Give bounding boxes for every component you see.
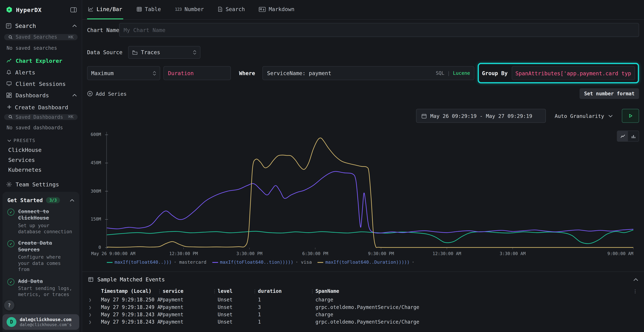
column-header-timestamp[interactable]: Timestamp (Local): [101, 288, 162, 294]
chevron-up-icon[interactable]: [70, 199, 74, 202]
x-tick-label: 6:30:00 PM: [302, 251, 328, 256]
row-expander-icon[interactable]: ❯: [89, 319, 101, 325]
bar-view-button[interactable]: [628, 131, 639, 141]
presets-toggle[interactable]: PRESETS: [0, 135, 82, 145]
sidebar-section-search[interactable]: Search: [0, 18, 82, 33]
column-header-service[interactable]: ⋮service: [162, 288, 218, 294]
get-started-item-title: Create Data Sources: [18, 240, 74, 253]
chart-name-input[interactable]: [119, 23, 639, 37]
get-started-card: Get Started 3/3 ✓ Connect to ClickHouse …: [2, 192, 79, 332]
cell-spanname: charge: [316, 297, 644, 303]
sidebar-item-label: Client Sessions: [16, 80, 77, 87]
legend-item[interactable]: maxIf(toFloat640..Duration))))) ·: [318, 260, 414, 265]
legend-series-expr: maxIf(toFloat640..tion))))): [220, 260, 294, 265]
row-expander-icon[interactable]: ❯: [89, 297, 101, 302]
where-input[interactable]: [267, 70, 436, 76]
table-row[interactable]: ❯ May 27 9:29:18.250 AM payment Unset 1 …: [82, 296, 644, 304]
get-started-progress-badge: 3/3: [46, 197, 60, 204]
table-options-icon[interactable]: ⋮: [633, 288, 638, 294]
help-button[interactable]: ?: [4, 300, 14, 310]
saved-dashboards-shortcut: ⌘K: [68, 114, 74, 120]
preset-clickhouse[interactable]: ClickHouse: [0, 145, 82, 155]
sidebar-collapse-icon[interactable]: [70, 7, 77, 12]
get-started-item[interactable]: ✓ Connect to ClickHouse Set up your data…: [7, 208, 74, 235]
column-header-duration[interactable]: ⋮duration: [258, 288, 316, 294]
data-source-label: Data Source: [87, 49, 122, 56]
table-row[interactable]: ❯ May 27 9:29:18.243 AM payment Unset 1 …: [82, 311, 644, 318]
row-expander-icon[interactable]: ❯: [89, 312, 101, 317]
cell-service: payment: [162, 319, 218, 325]
preset-kubernetes[interactable]: Kubernetes: [0, 165, 82, 174]
tab-line-bar[interactable]: Line/Bar: [87, 0, 123, 19]
check-circle-icon: ✓: [7, 240, 14, 248]
column-resizer[interactable]: ⋮: [310, 288, 314, 294]
legend-item[interactable]: maxIf(toFloat640..))) · mastercard: [107, 260, 206, 265]
select-chevrons-icon: [153, 71, 156, 75]
cell-service: payment: [162, 297, 218, 303]
get-started-item[interactable]: ✓ Create Data Sources Configure where yo…: [7, 240, 74, 272]
user-org: dale@clickhouse.com's: [20, 322, 72, 327]
aggregation-select[interactable]: Maximum: [87, 66, 160, 80]
saved-dashboards-input[interactable]: Saved Dashboards ⌘K: [4, 114, 78, 120]
tab-table[interactable]: Table: [136, 0, 162, 19]
legend-series-expr: maxIf(toFloat640..Duration))))): [326, 260, 410, 265]
sidebar-item-chart-explorer[interactable]: Chart Explorer: [0, 55, 82, 66]
tab-search[interactable]: Search: [217, 0, 246, 19]
sidebar-item-client-sessions[interactable]: Client Sessions: [0, 78, 82, 89]
granularity-select[interactable]: Auto Granularity: [550, 109, 617, 123]
add-series-button[interactable]: Add Series: [87, 90, 127, 96]
create-dashboard-button[interactable]: Create Dashboard: [0, 101, 82, 113]
run-query-button[interactable]: [622, 109, 639, 123]
chart-name-label: Chart Name: [87, 27, 119, 33]
tab-label: Search: [226, 6, 245, 12]
tab-number[interactable]: 123 Number: [174, 0, 205, 19]
x-tick-label: 9:00:00 AM: [607, 251, 633, 256]
tab-markdown[interactable]: Markdown: [258, 0, 295, 19]
lucene-toggle[interactable]: Lucene: [453, 70, 470, 76]
sample-events-title: Sample Matched Events: [97, 276, 165, 282]
group-by-input[interactable]: [512, 66, 635, 80]
line-view-button[interactable]: [617, 131, 628, 141]
where-input-shell: SQL | Lucene: [262, 66, 474, 80]
tab-label: Number: [184, 6, 204, 12]
user-menu[interactable]: D dale@clickhouse.com dale@clickhouse.co…: [2, 314, 79, 330]
legend-item[interactable]: maxIf(toFloat640..tion))))) · visa: [212, 260, 312, 265]
date-range-picker[interactable]: May 26 09:29:19 - May 27 09:29:19: [416, 109, 546, 123]
column-resizer[interactable]: ⋮: [157, 288, 162, 294]
data-source-select[interactable]: Traces: [128, 46, 200, 59]
user-meta: dale@clickhouse.com dale@clickhouse.com'…: [20, 317, 72, 327]
preset-services[interactable]: Services: [0, 155, 82, 165]
table-icon: [136, 6, 142, 12]
column-resizer[interactable]: ⋮: [252, 288, 257, 294]
set-number-format-button[interactable]: Set number format: [580, 88, 639, 99]
chevron-down-icon: [7, 139, 11, 142]
table-row[interactable]: ❯ May 27 9:29:18.243 AM payment Unset 1 …: [82, 318, 644, 326]
get-started-item-title: Add Data: [18, 278, 74, 284]
sidebar-item-dashboards[interactable]: Dashboards: [0, 90, 82, 101]
x-axis-labels: May 26 9:00:00 AM12:30:00 PM3:30:00 PM6:…: [104, 250, 639, 256]
sidebar-item-alerts[interactable]: Alerts: [0, 66, 82, 78]
sidebar: HyperDX Search Saved Searches ⌘K No save…: [0, 0, 82, 332]
cell-duration: 1: [258, 297, 316, 303]
column-header-spanname[interactable]: ⋮SpanName: [316, 288, 644, 294]
x-tick-label: 12:30:00 AM: [432, 251, 461, 256]
monitor-icon: [6, 81, 12, 86]
table-row[interactable]: ❯ May 27 9:29:18.249 AM payment Unset 3 …: [82, 304, 644, 311]
saved-searches-placeholder: Saved Searches: [16, 34, 65, 40]
row-expander-icon[interactable]: ❯: [89, 304, 101, 310]
saved-searches-input[interactable]: Saved Searches ⌘K: [4, 34, 78, 40]
column-header-level[interactable]: ⋮level: [218, 288, 258, 294]
field-input[interactable]: [164, 66, 231, 80]
section-collapse-icon[interactable]: [633, 278, 638, 281]
chart-view-toggle: [617, 130, 639, 142]
sidebar-item-label: Chart Explorer: [16, 58, 77, 64]
chart-canvas[interactable]: [104, 127, 639, 250]
play-icon: [628, 114, 633, 118]
get-started-item[interactable]: ✓ Add Data Start sending logs, metrics, …: [7, 278, 74, 298]
avatar: D: [6, 317, 16, 327]
column-resizer[interactable]: ⋮: [212, 288, 217, 294]
legend-series-group: ·: [412, 260, 414, 265]
search-icon: [8, 35, 13, 39]
sidebar-item-team-settings[interactable]: Team Settings: [0, 174, 82, 192]
sql-toggle[interactable]: SQL: [436, 70, 444, 76]
